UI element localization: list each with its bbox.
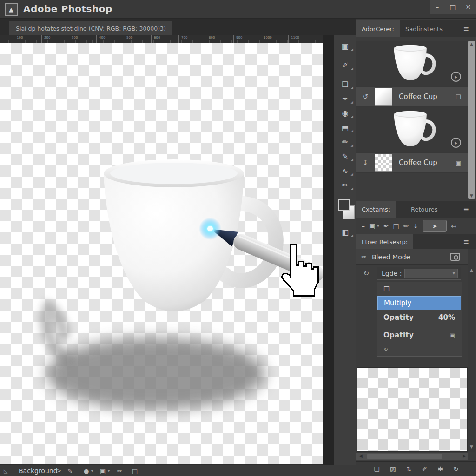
scroll-down-icon[interactable]: ▼ [468, 193, 475, 198]
right-panel: AdorCerer: Sadlinstents ≡ ▸ ↺ Coffee Cup… [356, 19, 476, 476]
pencil-icon[interactable]: ✏ [117, 465, 122, 476]
layer-preview-1[interactable]: ▸ [356, 41, 468, 86]
brush-icon[interactable]: ✏ [403, 222, 409, 230]
blend-mode-option-multiply[interactable]: Multiply [377, 296, 461, 310]
scroll-up-icon[interactable]: ▲ [468, 42, 475, 46]
opacity-value[interactable]: 40% [438, 313, 455, 322]
shape-icon[interactable]: ❏ [374, 465, 380, 473]
reveal-button[interactable]: ▸ [451, 72, 461, 82]
frame-icon[interactable]: □ [132, 465, 138, 476]
layer-badge-icon[interactable]: ❏ [449, 93, 468, 100]
pin-icon[interactable]: ⇣ [413, 222, 418, 230]
brush-icon: ✏ [356, 253, 372, 260]
tab-adorcerer[interactable]: AdorCerer: [356, 20, 400, 37]
panel-scrollbar[interactable]: ▲ ▼ [468, 249, 475, 452]
refresh-icon[interactable]: ↻ [356, 269, 377, 278]
zoom-tool[interactable]: ◉◢ [334, 106, 356, 120]
panel-menu-icon[interactable]: ≡ [463, 234, 469, 249]
image-icon[interactable]: ▨ [390, 465, 396, 473]
scrollbar-thumb[interactable] [367, 454, 442, 459]
mask-tool[interactable]: ◧◢ [334, 225, 356, 239]
layer-name: Coffee Cup [392, 159, 449, 167]
fill-icon[interactable]: ▣ [450, 332, 455, 339]
foreground-color-swatch[interactable] [338, 199, 350, 211]
bleed-mode-row[interactable]: ✏ Bleed Mode [356, 249, 468, 265]
document-tab[interactable]: Siai dp hotates stet dine (CNV: RGB: RGB… [9, 21, 172, 35]
scroll-up-icon[interactable]: ▲ [468, 268, 475, 272]
scroll-left-icon[interactable]: ◀ [359, 453, 363, 458]
layer-badge-icon[interactable]: ▣ [449, 159, 468, 166]
ruler-tick: 700 [181, 36, 187, 40]
coffee-cup-thumbnail [384, 42, 440, 85]
layer-thumbnail[interactable] [375, 154, 392, 172]
minimize-button[interactable]: – [431, 1, 443, 13]
layer-row-coffee-cup-1[interactable]: ↺ Coffee Cup ❏ [356, 86, 468, 107]
curvature-tool[interactable]: ∿◢ [334, 164, 356, 178]
color-swatches[interactable] [338, 199, 354, 220]
checkbox-row[interactable]: ☐ [377, 282, 462, 296]
adjustment-icon[interactable]: ▣ [369, 222, 375, 230]
mode-label: Lgde : [382, 270, 402, 277]
brush-tool[interactable]: ✏◢ [334, 135, 356, 149]
panel-menu-icon[interactable]: ≡ [463, 201, 469, 218]
close-button[interactable]: ✕ [462, 1, 474, 13]
layer-preview-2[interactable]: ▸ [356, 107, 468, 152]
ruler-tick: 600 [154, 36, 160, 40]
reveal-button[interactable]: ▸ [451, 138, 461, 148]
layers-sort-icon[interactable]: ⇅ [406, 465, 412, 473]
maximize-button[interactable]: □ [447, 1, 459, 13]
layer-thumbnail[interactable] [375, 88, 392, 106]
chevron-right-icon[interactable]: > [57, 465, 61, 476]
effects-icon[interactable]: ✱ [437, 465, 443, 473]
pen-tool[interactable]: ✎◢ [334, 149, 356, 164]
status-bar: ◺ Background > ✎ ● ▾ ▣ ▾ ✏ □ [0, 465, 356, 476]
image-icon[interactable]: ▣ [100, 465, 106, 476]
tab-cxetams[interactable]: Cxetams: [356, 201, 396, 218]
tab-sadlinstents[interactable]: Sadlinstents [405, 20, 443, 37]
caret-down-icon: ▾ [108, 465, 110, 476]
arrow-left-icon[interactable]: ↤ [451, 222, 456, 230]
lasso-icon[interactable]: ✐ [422, 465, 428, 473]
tab-retoures[interactable]: Retoures [411, 201, 438, 218]
pencil-tool[interactable]: ✑◢ [334, 178, 356, 192]
camera-icon[interactable] [450, 253, 460, 261]
bleed-mode-label: Bleed Mode [372, 253, 443, 261]
color-blob-icon[interactable]: ● [84, 465, 89, 476]
brush-icon[interactable]: ✎ [67, 465, 73, 476]
opacity-row[interactable]: Opatity 40% [377, 310, 462, 325]
crop-tool[interactable]: ❏◢ [334, 77, 356, 92]
eyedropper-tool[interactable]: ✒◢ [334, 92, 356, 106]
title-bar: ▲ Adobe Photshop – □ ✕ [0, 0, 476, 19]
active-tool-box[interactable]: ➤ [423, 220, 447, 232]
minus-icon[interactable]: – [362, 222, 365, 230]
link-icon[interactable]: ↺ [356, 93, 375, 101]
layer-row-coffee-cup-2[interactable]: ↧ Coffee Cup ▣ [356, 152, 468, 173]
lasso-tool[interactable]: ✐◢ [334, 58, 356, 73]
divider [14, 466, 14, 476]
checkbox-icon[interactable]: ☐ [383, 285, 390, 293]
refresh-icon[interactable]: ↻ [453, 465, 459, 473]
caret-down-icon: ▾ [91, 465, 93, 476]
caret-down-icon[interactable]: ▾ [377, 224, 379, 228]
fill-row[interactable]: Opatity ▣ [377, 327, 462, 343]
stamp-tool[interactable]: ▤◢ [334, 120, 356, 135]
app-logo-icon: ▲ [5, 3, 18, 16]
marquee-tool[interactable]: ▣◢ [334, 39, 356, 53]
preview-hscrollbar[interactable]: ◀ ▶ [356, 453, 468, 460]
layer-name: Coffee Cup [392, 93, 449, 101]
tab-filter[interactable]: Ftoer Retsesrp: [356, 234, 413, 249]
scroll-down-icon[interactable]: ▼ [468, 444, 475, 449]
panel-icon[interactable]: ▤ [393, 222, 399, 230]
eyedropper-icon[interactable]: ✒ [383, 222, 389, 230]
scroll-right-icon[interactable]: ▶ [463, 453, 466, 458]
canvas-area[interactable] [0, 43, 323, 464]
download-icon[interactable]: ↧ [356, 159, 375, 167]
transparency-preview[interactable] [357, 367, 468, 452]
refresh-icon[interactable]: ↻ [383, 346, 388, 353]
document-tab-bar: Siai dp hotates stet dine (CNV: RGB: RGB… [0, 19, 356, 35]
filter-tab-row: Ftoer Retsesrp: ≡ [356, 234, 476, 249]
active-layer-label[interactable]: Background [19, 465, 58, 476]
panel-menu-icon[interactable]: ≡ [463, 20, 469, 37]
layers-scrollbar[interactable]: ▲ ▼ [468, 41, 475, 199]
mode-dropdown[interactable]: ▾ [404, 269, 458, 278]
